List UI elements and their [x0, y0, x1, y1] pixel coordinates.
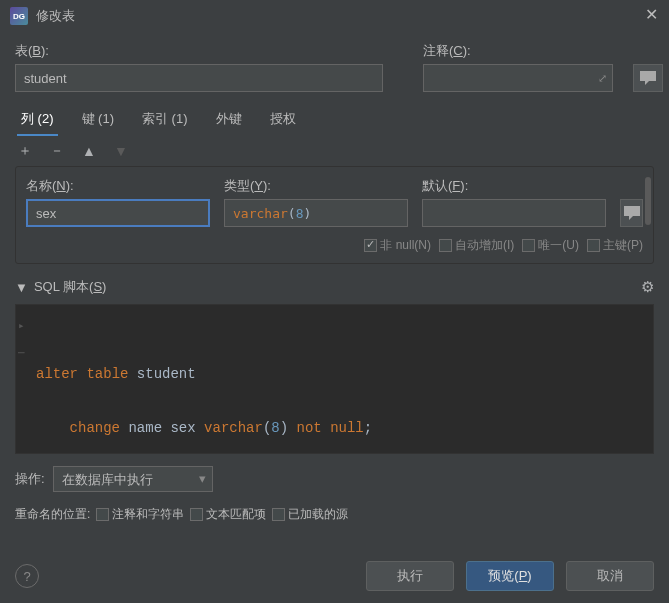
default-dialog-button[interactable]	[620, 199, 643, 227]
tab-foreign-keys[interactable]: 外键	[212, 104, 246, 136]
column-default-label: 默认(F):	[422, 177, 606, 195]
scrollbar[interactable]	[645, 177, 651, 225]
column-default-input[interactable]	[422, 199, 606, 227]
tabs: 列 (2) 键 (1) 索引 (1) 外键 授权	[15, 104, 654, 136]
rename-text-match-checkbox[interactable]: 文本匹配项	[190, 506, 266, 523]
tab-grants[interactable]: 授权	[266, 104, 300, 136]
title-bar: DG 修改表 ✕	[0, 0, 669, 32]
action-select[interactable]: 在数据库中执行	[53, 466, 213, 492]
cancel-button[interactable]: 取消	[566, 561, 654, 591]
column-type-label: 类型(Y):	[224, 177, 408, 195]
comment-label: 注释(C):	[423, 42, 613, 60]
window-title: 修改表	[36, 7, 643, 25]
column-type-input[interactable]: varchar(8)	[224, 199, 408, 227]
auto-increment-checkbox[interactable]: 自动增加(I)	[439, 237, 514, 253]
comment-input[interactable]	[423, 64, 613, 92]
rename-options-row: 重命名的位置: 注释和字符串 文本匹配项 已加载的源	[15, 506, 654, 523]
column-editor: 名称(N): 类型(Y): varchar(8) 默认(F): 非 null(N…	[15, 166, 654, 264]
dialog-footer: ? 执行 预览(P) 取消	[0, 549, 669, 603]
sql-section-label: SQL 脚本(S)	[34, 278, 107, 296]
app-icon: DG	[10, 7, 28, 25]
rename-loaded-source-checkbox[interactable]: 已加载的源	[272, 506, 348, 523]
table-label: 表(B):	[15, 42, 403, 60]
sql-section-header[interactable]: ▼ SQL 脚本(S) ⚙	[15, 270, 654, 304]
sql-gutter: ▸⎯	[18, 315, 25, 359]
move-down-icon[interactable]: ▼	[113, 143, 129, 159]
run-button[interactable]: 执行	[366, 561, 454, 591]
remove-icon[interactable]: －	[49, 142, 65, 160]
rename-comment-str-checkbox[interactable]: 注释和字符串	[96, 506, 184, 523]
unique-checkbox[interactable]: 唯一(U)	[522, 237, 579, 253]
tab-keys[interactable]: 键 (1)	[78, 104, 119, 136]
move-up-icon[interactable]: ▲	[81, 143, 97, 159]
close-icon[interactable]: ✕	[643, 8, 659, 24]
expand-icon[interactable]: ⤢	[598, 72, 607, 85]
rename-position-label: 重命名的位置:	[15, 506, 90, 523]
comment-dialog-button[interactable]	[633, 64, 663, 92]
column-toolbar: ＋ － ▲ ▼	[15, 136, 654, 166]
table-name-input[interactable]	[15, 64, 383, 92]
gear-icon[interactable]: ⚙	[641, 278, 654, 296]
not-null-checkbox[interactable]: 非 null(N)	[364, 237, 431, 253]
sql-script-view[interactable]: ▸⎯ alter table student change name sex v…	[15, 304, 654, 454]
help-button[interactable]: ?	[15, 564, 39, 588]
action-label: 操作:	[15, 470, 45, 488]
add-icon[interactable]: ＋	[17, 142, 33, 160]
column-name-input[interactable]	[26, 199, 210, 227]
section-caret-icon: ▼	[15, 280, 28, 295]
tab-indexes[interactable]: 索引 (1)	[138, 104, 192, 136]
tab-columns[interactable]: 列 (2)	[17, 104, 58, 136]
preview-button[interactable]: 预览(P)	[466, 561, 554, 591]
primary-key-checkbox[interactable]: 主键(P)	[587, 237, 643, 253]
column-flags-row: 非 null(N) 自动增加(I) 唯一(U) 主键(P)	[26, 237, 643, 253]
column-name-label: 名称(N):	[26, 177, 210, 195]
